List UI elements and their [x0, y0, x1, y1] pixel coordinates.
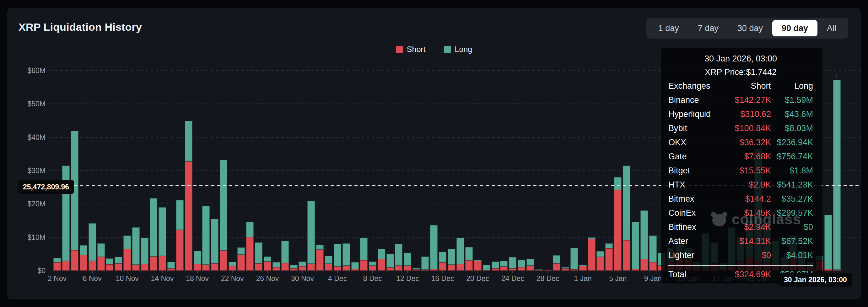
short-segment — [623, 240, 630, 271]
short-value: $7.68K — [729, 152, 771, 162]
bar-24-dec[interactable] — [509, 71, 517, 271]
bar-30-dec[interactable] — [562, 71, 569, 271]
bar-29-jan[interactable] — [825, 71, 832, 271]
bar-26-nov[interactable] — [264, 71, 271, 271]
bar-3-jan[interactable] — [596, 71, 604, 271]
bar-2-dec[interactable] — [316, 71, 324, 271]
long-segment — [246, 222, 254, 237]
bar-29-dec[interactable] — [553, 71, 560, 271]
short-segment — [62, 261, 70, 271]
bar-10-dec[interactable] — [386, 71, 394, 271]
bar-13-nov[interactable] — [150, 71, 157, 271]
bar-7-jan[interactable] — [631, 71, 639, 271]
bar-21-nov[interactable] — [220, 71, 227, 271]
bar-18-nov[interactable] — [194, 71, 201, 271]
bar-9-nov[interactable] — [115, 71, 122, 271]
bar-16-dec[interactable] — [439, 71, 446, 271]
bar-11-nov[interactable] — [132, 71, 140, 271]
bar-17-dec[interactable] — [448, 71, 455, 271]
bar-19-nov[interactable] — [202, 71, 210, 271]
short-segment — [281, 263, 289, 271]
bar-6-dec[interactable] — [351, 71, 359, 271]
short-segment — [123, 249, 131, 271]
long-segment — [220, 160, 227, 250]
legend-item-short[interactable]: Short — [396, 45, 426, 54]
bar-7-nov[interactable] — [97, 71, 105, 271]
bar-23-nov[interactable] — [237, 71, 245, 271]
bar-30-nov[interactable] — [299, 71, 306, 271]
bar-5-dec[interactable] — [342, 71, 350, 271]
bar-13-dec[interactable] — [412, 71, 420, 271]
bar-14-dec[interactable] — [421, 71, 429, 271]
short-segment — [825, 269, 832, 271]
bar-11-dec[interactable] — [395, 71, 402, 271]
bar-4-jan[interactable] — [605, 71, 613, 271]
bar-29-nov[interactable] — [290, 71, 298, 271]
bar-12-dec[interactable] — [404, 71, 411, 271]
bar-5-jan[interactable] — [614, 71, 622, 271]
tooltip-row-okx: OKX$36.32K$236.94K — [668, 135, 813, 149]
bar-21-dec[interactable] — [483, 71, 490, 271]
bar-8-dec[interactable] — [369, 71, 376, 271]
bar-27-dec[interactable] — [535, 71, 543, 271]
long-segment — [202, 206, 210, 265]
bar-28-nov[interactable] — [281, 71, 289, 271]
long-segment — [211, 219, 218, 263]
bar-28-dec[interactable] — [544, 71, 552, 271]
bar-27-nov[interactable] — [273, 71, 280, 271]
range-button-7-day[interactable]: 7 day — [688, 20, 728, 36]
range-button-1-day[interactable]: 1 day — [649, 20, 688, 36]
bar-18-dec[interactable] — [457, 71, 464, 271]
bar-1-dec[interactable] — [307, 71, 315, 271]
bar-22-dec[interactable] — [492, 71, 499, 271]
bar-9-jan[interactable] — [649, 71, 657, 271]
short-segment — [412, 269, 420, 271]
bar-14-nov[interactable] — [158, 71, 166, 271]
short-value: $2.94K — [729, 222, 771, 232]
bar-23-dec[interactable] — [500, 71, 507, 271]
bar-25-nov[interactable] — [255, 71, 262, 271]
bar-8-jan[interactable] — [641, 71, 648, 271]
bar-16-nov[interactable] — [176, 71, 184, 271]
bar-24-nov[interactable] — [246, 71, 254, 271]
long-segment — [500, 261, 507, 267]
bar-15-dec[interactable] — [430, 71, 438, 271]
bar-6-jan[interactable] — [623, 71, 630, 271]
bar-8-nov[interactable] — [106, 71, 113, 271]
bar-2-jan[interactable] — [588, 71, 595, 271]
bar-20-dec[interactable] — [474, 71, 482, 271]
x-axis-tick — [127, 271, 127, 273]
bar-2-nov[interactable] — [53, 71, 61, 271]
bar-5-nov[interactable] — [80, 71, 87, 271]
long-segment — [53, 258, 61, 263]
bar-1-jan[interactable] — [579, 71, 587, 271]
short-segment — [141, 264, 149, 271]
bar-12-nov[interactable] — [141, 71, 149, 271]
bar-17-nov[interactable] — [185, 71, 192, 271]
short-segment — [158, 256, 166, 271]
bar-25-dec[interactable] — [518, 71, 525, 271]
range-button-30-day[interactable]: 30 day — [728, 20, 772, 36]
legend-item-long[interactable]: Long — [444, 45, 472, 54]
bar-4-dec[interactable] — [334, 71, 341, 271]
bar-6-nov[interactable] — [89, 71, 96, 271]
short-segment — [386, 268, 394, 271]
short-segment — [185, 162, 192, 271]
bar-22-nov[interactable] — [228, 71, 236, 271]
short-value: $100.84K — [729, 124, 771, 133]
bar-20-nov[interactable] — [211, 71, 218, 271]
bar-3-nov[interactable] — [62, 71, 70, 271]
tooltip-row-aster: Aster$14.31K$67.52K — [668, 234, 813, 248]
range-button-all[interactable]: All — [817, 20, 846, 36]
bar-15-nov[interactable] — [167, 71, 175, 271]
bar-19-dec[interactable] — [465, 71, 473, 271]
bar-3-dec[interactable] — [325, 71, 333, 271]
short-value: $1.45K — [729, 208, 771, 218]
bar-7-dec[interactable] — [360, 71, 368, 271]
bar-10-nov[interactable] — [123, 71, 131, 271]
bar-31-dec[interactable] — [570, 71, 578, 271]
bar-4-nov[interactable] — [71, 71, 79, 271]
bar-26-dec[interactable] — [526, 71, 534, 271]
range-button-90-day[interactable]: 90 day — [772, 20, 817, 36]
bar-9-dec[interactable] — [378, 71, 385, 271]
